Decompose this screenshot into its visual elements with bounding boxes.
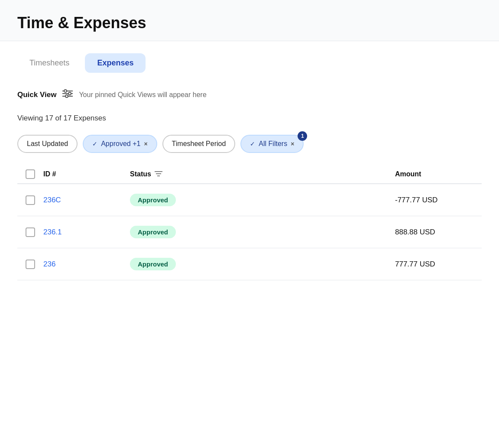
header-checkbox[interactable] xyxy=(26,169,35,179)
row2-status-badge: Approved xyxy=(130,226,176,238)
svg-point-5 xyxy=(65,95,68,97)
filter-chip-approved[interactable]: ✓ Approved +1 × xyxy=(83,135,157,153)
content-area: Timesheets Expenses Quick View Your pinn… xyxy=(0,41,499,280)
row2-amount: 888.88 USD xyxy=(395,228,482,237)
row2-checkbox-cell xyxy=(17,227,43,237)
quick-view-filter-icon[interactable] xyxy=(62,89,73,100)
row1-status-badge: Approved xyxy=(130,194,176,206)
status-filter-icon[interactable] xyxy=(155,171,162,178)
quick-view-hint: Your pinned Quick Views will appear here xyxy=(79,91,206,99)
row3-checkbox[interactable] xyxy=(26,260,35,269)
row3-amount: 777.77 USD xyxy=(395,260,482,269)
table-row: 236C Approved -777.77 USD xyxy=(17,184,482,216)
filter-chip-all-filters[interactable]: ✓ All Filters × xyxy=(240,135,304,153)
row2-id[interactable]: 236.1 xyxy=(43,228,130,237)
filter-chip-timesheet-period[interactable]: Timesheet Period xyxy=(162,135,236,153)
table-row: 236.1 Approved 888.88 USD xyxy=(17,216,482,248)
svg-point-4 xyxy=(68,92,71,95)
filter-chip-last-updated-label: Last Updated xyxy=(27,140,68,148)
row3-id[interactable]: 236 xyxy=(43,260,130,269)
col-status-label: Status xyxy=(130,170,395,178)
row1-checkbox[interactable] xyxy=(26,195,35,205)
filter-chip-timesheet-period-label: Timesheet Period xyxy=(172,140,226,148)
quick-view-label: Quick View xyxy=(17,91,56,99)
viewing-count: Viewing 17 of 17 Expenses xyxy=(17,110,482,130)
page-header: Time & Expenses xyxy=(0,0,499,41)
row1-amount: -777.77 USD xyxy=(395,196,482,205)
quick-view-row: Quick View Your pinned Quick Views will … xyxy=(17,81,482,110)
tabs-row: Timesheets Expenses xyxy=(17,41,482,81)
table-header-row: ID # Status Amount xyxy=(17,165,482,184)
filters-row: Last Updated ✓ Approved +1 × Timesheet P… xyxy=(17,130,482,153)
row3-status: Approved xyxy=(130,258,395,270)
page-container: Time & Expenses Timesheets Expenses Quic… xyxy=(0,0,499,448)
row2-status: Approved xyxy=(130,226,395,238)
row1-id[interactable]: 236C xyxy=(43,196,130,205)
row2-checkbox[interactable] xyxy=(26,227,35,237)
col-amount-label: Amount xyxy=(395,170,482,178)
header-checkbox-cell xyxy=(17,169,43,179)
row3-checkbox-cell xyxy=(17,260,43,269)
col-id-label: ID # xyxy=(43,170,130,178)
tab-timesheets[interactable]: Timesheets xyxy=(17,53,81,73)
filter-chip-last-updated[interactable]: Last Updated xyxy=(17,135,78,153)
all-filters-badge: 1 xyxy=(298,131,307,141)
row1-checkbox-cell xyxy=(17,195,43,205)
row3-status-badge: Approved xyxy=(130,258,176,270)
close-icon[interactable]: × xyxy=(144,140,147,147)
filter-chip-approved-label: Approved +1 xyxy=(101,140,140,148)
all-filters-check-icon: ✓ xyxy=(250,140,255,147)
page-title: Time & Expenses xyxy=(17,14,482,32)
check-icon: ✓ xyxy=(92,140,97,147)
table-section: ID # Status Amount xyxy=(17,165,482,280)
filter-chip-all-filters-label: All Filters xyxy=(259,140,287,148)
svg-point-3 xyxy=(64,90,67,92)
table-row: 236 Approved 777.77 USD xyxy=(17,248,482,280)
all-filters-close-icon[interactable]: × xyxy=(291,140,294,147)
filter-chip-all-filters-wrapper: ✓ All Filters × 1 xyxy=(240,135,304,153)
tab-expenses[interactable]: Expenses xyxy=(85,53,146,73)
row1-status: Approved xyxy=(130,194,395,206)
